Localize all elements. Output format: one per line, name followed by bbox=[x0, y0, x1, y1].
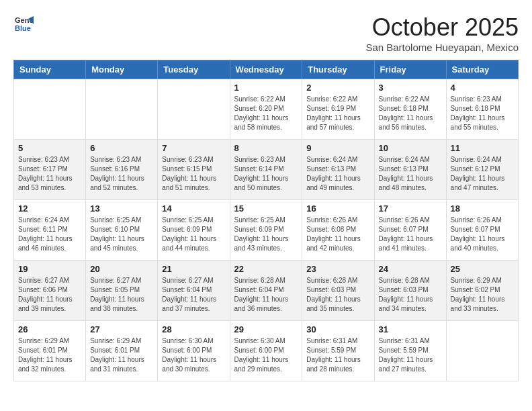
day-info: Sunrise: 6:31 AM Sunset: 5:59 PM Dayligh… bbox=[306, 336, 369, 374]
day-number: 7 bbox=[162, 143, 225, 153]
day-info: Sunrise: 6:23 AM Sunset: 6:15 PM Dayligh… bbox=[162, 155, 225, 193]
calendar-cell: 19Sunrise: 6:27 AM Sunset: 6:06 PM Dayli… bbox=[14, 261, 86, 321]
calendar-cell: 13Sunrise: 6:25 AM Sunset: 6:10 PM Dayli… bbox=[86, 200, 158, 261]
day-info: Sunrise: 6:29 AM Sunset: 6:01 PM Dayligh… bbox=[18, 336, 81, 374]
calendar-cell: 9Sunrise: 6:24 AM Sunset: 6:13 PM Daylig… bbox=[302, 140, 374, 200]
weekday-header-sunday: Sunday bbox=[14, 60, 86, 79]
logo-icon: General Blue bbox=[13, 13, 34, 34]
day-info: Sunrise: 6:23 AM Sunset: 6:18 PM Dayligh… bbox=[451, 95, 514, 132]
calendar-cell bbox=[86, 79, 158, 140]
calendar-cell: 22Sunrise: 6:28 AM Sunset: 6:04 PM Dayli… bbox=[230, 261, 302, 321]
day-info: Sunrise: 6:24 AM Sunset: 6:13 PM Dayligh… bbox=[379, 155, 442, 193]
day-info: Sunrise: 6:22 AM Sunset: 6:18 PM Dayligh… bbox=[379, 95, 442, 132]
calendar-cell: 21Sunrise: 6:27 AM Sunset: 6:04 PM Dayli… bbox=[158, 261, 230, 321]
day-info: Sunrise: 6:29 AM Sunset: 6:02 PM Dayligh… bbox=[451, 276, 514, 314]
calendar-cell: 15Sunrise: 6:25 AM Sunset: 6:09 PM Dayli… bbox=[230, 200, 302, 261]
day-number: 27 bbox=[90, 324, 153, 334]
calendar-cell: 20Sunrise: 6:27 AM Sunset: 6:05 PM Dayli… bbox=[86, 261, 158, 321]
day-info: Sunrise: 6:27 AM Sunset: 6:05 PM Dayligh… bbox=[90, 276, 153, 314]
day-number: 10 bbox=[379, 143, 442, 153]
day-number: 13 bbox=[90, 203, 153, 214]
calendar-cell: 31Sunrise: 6:31 AM Sunset: 5:59 PM Dayli… bbox=[374, 321, 446, 381]
calendar-cell: 14Sunrise: 6:25 AM Sunset: 6:09 PM Dayli… bbox=[158, 200, 230, 261]
day-info: Sunrise: 6:22 AM Sunset: 6:20 PM Dayligh… bbox=[234, 95, 298, 132]
day-number: 1 bbox=[234, 83, 298, 93]
day-number: 31 bbox=[379, 324, 442, 334]
week-row-4: 19Sunrise: 6:27 AM Sunset: 6:06 PM Dayli… bbox=[14, 261, 519, 321]
day-number: 11 bbox=[451, 143, 514, 153]
calendar-cell: 25Sunrise: 6:29 AM Sunset: 6:02 PM Dayli… bbox=[446, 261, 518, 321]
day-number: 18 bbox=[451, 203, 514, 214]
day-info: Sunrise: 6:26 AM Sunset: 6:08 PM Dayligh… bbox=[306, 216, 369, 253]
calendar-cell: 29Sunrise: 6:30 AM Sunset: 6:00 PM Dayli… bbox=[230, 321, 302, 381]
week-row-2: 5Sunrise: 6:23 AM Sunset: 6:17 PM Daylig… bbox=[14, 140, 519, 200]
day-info: Sunrise: 6:23 AM Sunset: 6:16 PM Dayligh… bbox=[90, 155, 153, 193]
day-info: Sunrise: 6:26 AM Sunset: 6:07 PM Dayligh… bbox=[451, 216, 514, 253]
day-number: 17 bbox=[379, 203, 442, 214]
day-number: 25 bbox=[451, 264, 514, 274]
week-row-1: 1Sunrise: 6:22 AM Sunset: 6:20 PM Daylig… bbox=[14, 79, 519, 140]
day-info: Sunrise: 6:23 AM Sunset: 6:14 PM Dayligh… bbox=[234, 155, 298, 193]
week-row-5: 26Sunrise: 6:29 AM Sunset: 6:01 PM Dayli… bbox=[14, 321, 519, 381]
calendar-cell: 6Sunrise: 6:23 AM Sunset: 6:16 PM Daylig… bbox=[86, 140, 158, 200]
day-number: 30 bbox=[306, 324, 369, 334]
calendar-cell: 11Sunrise: 6:24 AM Sunset: 6:12 PM Dayli… bbox=[446, 140, 518, 200]
day-number: 4 bbox=[451, 83, 514, 93]
calendar-cell: 10Sunrise: 6:24 AM Sunset: 6:13 PM Dayli… bbox=[374, 140, 446, 200]
calendar-cell: 17Sunrise: 6:26 AM Sunset: 6:07 PM Dayli… bbox=[374, 200, 446, 261]
weekday-header-wednesday: Wednesday bbox=[230, 60, 302, 79]
calendar-cell bbox=[158, 79, 230, 140]
day-info: Sunrise: 6:29 AM Sunset: 6:01 PM Dayligh… bbox=[90, 336, 153, 374]
calendar-cell: 16Sunrise: 6:26 AM Sunset: 6:08 PM Dayli… bbox=[302, 200, 374, 261]
day-info: Sunrise: 6:25 AM Sunset: 6:09 PM Dayligh… bbox=[162, 216, 225, 253]
day-number: 12 bbox=[18, 203, 81, 214]
day-info: Sunrise: 6:24 AM Sunset: 6:12 PM Dayligh… bbox=[451, 155, 514, 193]
day-number: 19 bbox=[18, 264, 81, 274]
day-number: 22 bbox=[234, 264, 298, 274]
calendar-cell bbox=[14, 79, 86, 140]
calendar-cell: 27Sunrise: 6:29 AM Sunset: 6:01 PM Dayli… bbox=[86, 321, 158, 381]
day-number: 8 bbox=[234, 143, 298, 153]
day-number: 21 bbox=[162, 264, 225, 274]
day-number: 14 bbox=[162, 203, 225, 214]
calendar-cell: 28Sunrise: 6:30 AM Sunset: 6:00 PM Dayli… bbox=[158, 321, 230, 381]
day-info: Sunrise: 6:27 AM Sunset: 6:06 PM Dayligh… bbox=[18, 276, 81, 314]
calendar-cell bbox=[446, 321, 518, 381]
day-info: Sunrise: 6:30 AM Sunset: 6:00 PM Dayligh… bbox=[234, 336, 298, 374]
weekday-header-thursday: Thursday bbox=[302, 60, 374, 79]
day-number: 2 bbox=[306, 83, 369, 93]
calendar-cell: 23Sunrise: 6:28 AM Sunset: 6:03 PM Dayli… bbox=[302, 261, 374, 321]
day-number: 16 bbox=[306, 203, 369, 214]
day-number: 26 bbox=[18, 324, 81, 334]
weekday-header-tuesday: Tuesday bbox=[158, 60, 230, 79]
calendar-cell: 2Sunrise: 6:22 AM Sunset: 6:19 PM Daylig… bbox=[302, 79, 374, 140]
calendar-cell: 4Sunrise: 6:23 AM Sunset: 6:18 PM Daylig… bbox=[446, 79, 518, 140]
weekday-header-monday: Monday bbox=[86, 60, 158, 79]
calendar-cell: 26Sunrise: 6:29 AM Sunset: 6:01 PM Dayli… bbox=[14, 321, 86, 381]
calendar-cell: 1Sunrise: 6:22 AM Sunset: 6:20 PM Daylig… bbox=[230, 79, 302, 140]
day-info: Sunrise: 6:28 AM Sunset: 6:03 PM Dayligh… bbox=[379, 276, 442, 314]
calendar-cell: 24Sunrise: 6:28 AM Sunset: 6:03 PM Dayli… bbox=[374, 261, 446, 321]
day-info: Sunrise: 6:28 AM Sunset: 6:04 PM Dayligh… bbox=[234, 276, 298, 314]
day-number: 5 bbox=[18, 143, 81, 153]
day-info: Sunrise: 6:24 AM Sunset: 6:11 PM Dayligh… bbox=[18, 216, 81, 253]
day-number: 3 bbox=[379, 83, 442, 93]
day-info: Sunrise: 6:30 AM Sunset: 6:00 PM Dayligh… bbox=[162, 336, 225, 374]
day-info: Sunrise: 6:27 AM Sunset: 6:04 PM Dayligh… bbox=[162, 276, 225, 314]
calendar-cell: 3Sunrise: 6:22 AM Sunset: 6:18 PM Daylig… bbox=[374, 79, 446, 140]
weekday-header-saturday: Saturday bbox=[446, 60, 518, 79]
calendar-cell: 5Sunrise: 6:23 AM Sunset: 6:17 PM Daylig… bbox=[14, 140, 86, 200]
day-info: Sunrise: 6:24 AM Sunset: 6:13 PM Dayligh… bbox=[306, 155, 369, 193]
calendar-cell: 12Sunrise: 6:24 AM Sunset: 6:11 PM Dayli… bbox=[14, 200, 86, 261]
week-row-3: 12Sunrise: 6:24 AM Sunset: 6:11 PM Dayli… bbox=[14, 200, 519, 261]
day-info: Sunrise: 6:25 AM Sunset: 6:09 PM Dayligh… bbox=[234, 216, 298, 253]
day-number: 9 bbox=[306, 143, 369, 153]
title-block: October 2025 San Bartolome Hueyapan, Mex… bbox=[365, 13, 519, 53]
day-info: Sunrise: 6:28 AM Sunset: 6:03 PM Dayligh… bbox=[306, 276, 369, 314]
day-info: Sunrise: 6:22 AM Sunset: 6:19 PM Dayligh… bbox=[306, 95, 369, 132]
day-info: Sunrise: 6:23 AM Sunset: 6:17 PM Dayligh… bbox=[18, 155, 81, 193]
calendar-table: SundayMondayTuesdayWednesdayThursdayFrid… bbox=[13, 60, 519, 381]
weekday-header-row: SundayMondayTuesdayWednesdayThursdayFrid… bbox=[14, 60, 519, 79]
logo: General Blue bbox=[13, 13, 34, 34]
day-number: 15 bbox=[234, 203, 298, 214]
